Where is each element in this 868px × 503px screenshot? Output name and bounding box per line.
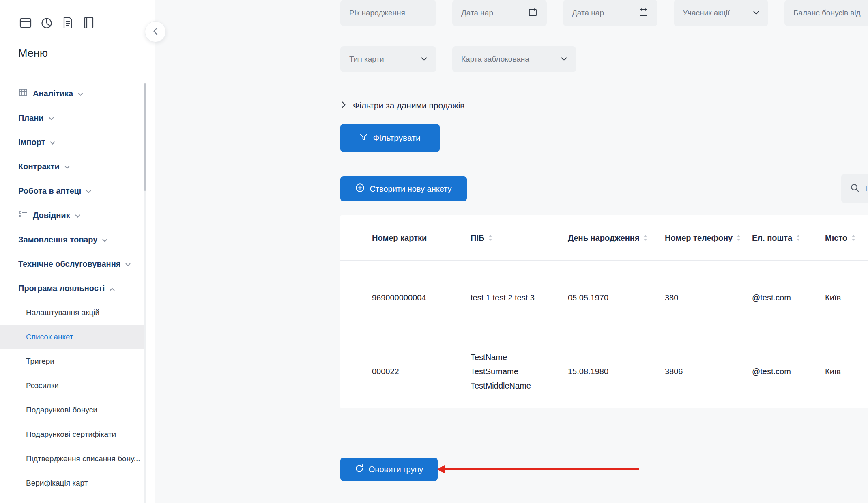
sidebar-item-pharmacy-work[interactable]: Робота в аптеці [0, 179, 155, 203]
chevron-down-icon [421, 56, 427, 63]
book-icon[interactable] [82, 15, 96, 30]
sort-icon[interactable] [851, 235, 855, 241]
create-questionnaire-button[interactable]: Створити нову анкету [340, 176, 467, 201]
list-icon [18, 209, 28, 221]
cell-full-name: test 1 test 2 test 3 [471, 293, 568, 302]
cell-birthday: 05.05.1970 [568, 293, 665, 302]
sidebar-item-contracts[interactable]: Контракти [0, 154, 155, 179]
sidebar-item-goods-order[interactable]: Замовлення товару [0, 227, 155, 252]
menu-title: Меню [18, 47, 48, 60]
search-box[interactable] [841, 174, 868, 203]
chevron-down-icon [75, 212, 80, 220]
page: Меню Аналітика Плани Імпорт Контракти Ро… [0, 0, 868, 503]
cell-card-number: 969000000004 [372, 293, 471, 302]
sidebar-item-plans[interactable]: Плани [0, 106, 155, 130]
sidebar-item-label: Плани [18, 113, 44, 123]
cell-phone: 380 [665, 293, 752, 302]
birth-date-from-field[interactable]: Дата нар... [452, 0, 547, 26]
card-type-select[interactable]: Тип карти [340, 46, 436, 72]
col-phone[interactable]: Номер телефону [665, 233, 752, 243]
sales-filters-label: Фільтри за даними продажів [353, 101, 465, 110]
chevron-down-icon [102, 237, 107, 244]
filter-button[interactable]: Фільтрувати [340, 124, 440, 152]
update-group-button[interactable]: Оновити групу [340, 458, 438, 481]
sidebar-item-label: Список анкет [26, 332, 73, 341]
card-blocked-select[interactable]: Карта заблокована [452, 46, 576, 72]
field-placeholder: Тип карти [349, 55, 384, 64]
sales-filters-toggle[interactable]: Фільтри за даними продажів [342, 101, 465, 110]
sidebar-top-icons [18, 15, 96, 30]
sort-icon[interactable] [737, 235, 741, 241]
sidebar-item-import[interactable]: Імпорт [0, 130, 155, 154]
sidebar-scrollbar-thumb[interactable] [144, 83, 146, 191]
funnel-icon [359, 133, 368, 143]
sidebar-item-label: Налаштування акцій [26, 308, 99, 317]
col-city[interactable]: Місто [825, 233, 868, 243]
sidebar-item-label: Робота в аптеці [18, 186, 81, 196]
sidebar-item-gift-certificates[interactable]: Подарункові сертифікати [0, 422, 155, 447]
main-content: Рік народження Дата нар... Дата нар... У… [156, 0, 868, 503]
sidebar-item-maintenance[interactable]: Технічне обслуговування [0, 252, 155, 276]
sidebar-item-label: Розсилки [26, 381, 59, 390]
arrow-head [437, 465, 445, 473]
chevron-down-icon [86, 188, 91, 195]
create-button-label: Створити нову анкету [370, 184, 451, 194]
col-email[interactable]: Ел. пошта [752, 233, 825, 243]
sidebar-item-triggers[interactable]: Тригери [0, 349, 155, 373]
sidebar-item-label: Верифікація карт [26, 479, 88, 488]
plus-circle-icon [355, 183, 365, 194]
document-icon[interactable] [60, 15, 75, 30]
bonus-balance-from-field[interactable]: Баланс бонусів від [784, 0, 868, 26]
birth-date-to-field[interactable]: Дата нар... [563, 0, 657, 26]
chevron-down-icon [50, 139, 55, 147]
sidebar-item-bonus-writeoff-confirm[interactable]: Підтвердження списання бону... [0, 447, 155, 471]
update-group-button-label: Оновити групу [369, 465, 423, 474]
sort-icon[interactable] [488, 235, 492, 241]
table-row: 000022 TestName TestSurname TestMiddleNa… [340, 335, 868, 408]
field-placeholder: Учасник акції [683, 9, 730, 17]
sidebar-item-card-verification[interactable]: Верифікація карт [0, 471, 155, 495]
chevron-right-icon [342, 101, 346, 110]
chevron-left-icon [153, 27, 158, 37]
sidebar-item-promo-settings[interactable]: Налаштування акцій [0, 300, 155, 325]
sidebar-item-gift-bonuses[interactable]: Подарункові бонуси [0, 398, 155, 422]
sidebar-item-mailings[interactable]: Розсилки [0, 373, 155, 398]
sidebar-scrollbar[interactable] [144, 83, 146, 503]
sidebar-item-directory[interactable]: Довідник [0, 203, 155, 227]
cell-city: Київ [825, 367, 868, 376]
col-birthday[interactable]: День народження [568, 233, 665, 243]
filter-row-2: Тип карти Карта заблокована [340, 46, 576, 72]
chevron-up-icon [110, 285, 115, 293]
promo-participant-select[interactable]: Учасник акції [674, 0, 768, 26]
sidebar-item-analytics[interactable]: Аналітика [0, 81, 155, 106]
sidebar-item-label: Імпорт [18, 138, 45, 147]
sidebar-collapse-button[interactable] [145, 21, 166, 42]
field-placeholder: Карта заблокована [461, 55, 529, 64]
sort-icon[interactable] [643, 235, 647, 241]
col-card-number: Номер картки [372, 233, 471, 243]
filter-row-1: Рік народження Дата нар... Дата нар... У… [340, 0, 868, 26]
cell-email: @test.com [752, 367, 825, 376]
arrow-shaft [444, 468, 639, 470]
calendar-icon[interactable] [638, 7, 649, 19]
cell-city: Київ [825, 293, 868, 302]
birth-year-field[interactable]: Рік народження [340, 0, 436, 26]
pie-chart-icon[interactable] [39, 15, 54, 30]
calendar-icon[interactable] [528, 7, 538, 19]
refresh-icon [355, 464, 364, 475]
chevron-down-icon [561, 56, 567, 63]
sort-icon[interactable] [796, 235, 800, 241]
card-icon[interactable] [18, 15, 33, 30]
cell-card-number: 000022 [372, 367, 471, 376]
sidebar-item-label: Підтвердження списання бону... [26, 454, 140, 463]
col-full-name[interactable]: ПІБ [471, 233, 568, 243]
sidebar-item-label: Подарункові бонуси [26, 406, 97, 414]
sidebar-item-loyalty-program[interactable]: Програма лояльності [0, 276, 155, 300]
table-header-row: Номер картки ПІБ День народження Номер т… [340, 215, 868, 261]
sidebar-item-label: Аналітика [33, 89, 73, 98]
search-input[interactable] [865, 184, 868, 193]
sidebar-item-label: Довідник [33, 211, 70, 220]
sidebar-item-label: Програма лояльності [18, 284, 105, 293]
sidebar-item-questionnaire-list[interactable]: Список анкет [0, 325, 144, 349]
search-icon [850, 183, 859, 194]
